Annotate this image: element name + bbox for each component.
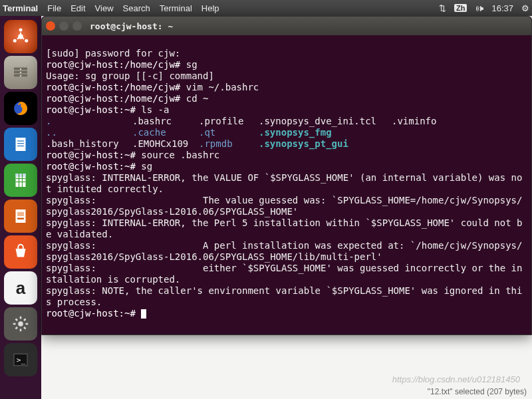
command-text: sg xyxy=(136,161,152,172)
shell-prompt: root@cjw-host:/home/cjw# xyxy=(46,82,180,92)
svg-line-32 xyxy=(24,319,26,321)
output-line: Usage: sg group [[-c] command] xyxy=(46,70,214,81)
window-minimize-icon[interactable] xyxy=(59,21,68,31)
ls-dir: .. xyxy=(46,127,132,138)
command-text: source .bashrc xyxy=(136,150,219,160)
svg-rect-16 xyxy=(16,174,26,177)
ls-dir: .qt xyxy=(199,127,259,138)
ls-file: .profile xyxy=(199,116,259,127)
svg-point-7 xyxy=(20,68,22,70)
unity-launcher: a >_ xyxy=(0,16,41,399)
output-line: spyglass: The value guessed was: `SPYGLA… xyxy=(46,195,522,217)
global-menu-bar: Terminal File Edit View Search Terminal … xyxy=(0,0,532,16)
menu-file[interactable]: File xyxy=(47,3,61,13)
command-text: ls -a xyxy=(136,104,170,115)
svg-text:>_: >_ xyxy=(17,356,26,364)
watermark-url: https://blog.csdn.net/u012181450 xyxy=(392,374,520,384)
window-close-icon[interactable] xyxy=(46,21,55,31)
selection-status: "12.txt" selected (207 bytes) xyxy=(428,387,527,396)
menu-view[interactable]: View xyxy=(95,3,114,13)
clock[interactable]: 16:37 xyxy=(491,3,513,13)
ls-file: .EMOHCx109 xyxy=(132,138,199,150)
svg-line-29 xyxy=(16,319,18,321)
launcher-writer-icon[interactable] xyxy=(4,128,37,161)
launcher-software-icon[interactable] xyxy=(4,235,37,269)
amazon-a-icon: a xyxy=(16,278,25,299)
menu-search[interactable]: Search xyxy=(123,3,150,13)
svg-point-8 xyxy=(20,72,22,74)
text-cursor xyxy=(141,309,146,319)
svg-rect-22 xyxy=(17,212,24,216)
shell-prompt: root@cjw-host:~# xyxy=(46,104,136,115)
launcher-amazon-icon[interactable]: a xyxy=(4,271,37,305)
svg-point-9 xyxy=(20,75,22,77)
terminal-body[interactable]: [sudo] password for cjw: root@cjw-host:/… xyxy=(42,35,531,332)
window-title: root@cjw-host: ~ xyxy=(90,21,173,32)
launcher-terminal-icon[interactable]: >_ xyxy=(4,343,37,376)
menu-terminal-app[interactable]: Terminal xyxy=(3,3,38,13)
shell-prompt: root@cjw-host:/home/cjw# xyxy=(46,93,180,104)
output-line: spyglass: NOTE, the caller's environment… xyxy=(46,285,522,307)
ls-dir: . xyxy=(46,116,132,127)
system-gear-icon[interactable]: ⚙ xyxy=(521,3,529,13)
output-line: spyglass: INTERNAL-ERROR, the VALUE OF `… xyxy=(46,172,522,194)
svg-rect-23 xyxy=(17,218,24,220)
launcher-firefox-icon[interactable] xyxy=(4,92,37,125)
output-line: [sudo] password for cjw: xyxy=(46,48,180,59)
ime-indicator[interactable]: Zh xyxy=(454,4,467,12)
ls-dir: .synopsys_fmg xyxy=(259,127,332,138)
svg-rect-11 xyxy=(16,138,26,151)
launcher-calc-icon[interactable] xyxy=(4,164,37,197)
command-text: sg xyxy=(180,59,197,70)
menu-help[interactable]: Help xyxy=(201,3,219,13)
ls-file: .synopsys_dve_ini.tcl xyxy=(259,116,392,127)
launcher-impress-icon[interactable] xyxy=(4,200,37,233)
terminal-window: root@cjw-host: ~ [sudo] password for cjw… xyxy=(41,16,532,335)
launcher-files-icon[interactable] xyxy=(4,56,37,89)
window-maximize-icon[interactable] xyxy=(72,21,82,31)
ls-file: .bash_history xyxy=(46,138,132,150)
svg-point-2 xyxy=(13,39,17,43)
svg-line-31 xyxy=(16,327,18,329)
launcher-dash-icon[interactable] xyxy=(4,20,37,53)
svg-point-24 xyxy=(18,321,23,327)
launcher-settings-icon[interactable] xyxy=(4,307,37,340)
output-line: spyglass: INTERNAL-ERROR, the Perl 5 ins… xyxy=(46,217,522,239)
ls-dir: .rpmdb xyxy=(199,138,259,150)
window-titlebar[interactable]: root@cjw-host: ~ xyxy=(42,17,531,35)
ls-dir: .synopsys_pt_gui xyxy=(259,138,348,150)
svg-line-30 xyxy=(24,327,26,329)
ls-file: .bashrc xyxy=(132,116,199,127)
ls-dir: .cache xyxy=(132,127,199,138)
ls-file: .viminfo xyxy=(392,116,436,127)
svg-point-3 xyxy=(25,39,28,43)
menu-terminal[interactable]: Terminal xyxy=(160,3,192,13)
shell-prompt: root@cjw-host:~# xyxy=(46,150,136,160)
svg-point-1 xyxy=(19,29,23,32)
output-line: spyglass: A perl installation was expect… xyxy=(46,240,522,262)
sound-icon[interactable]: 🕪 xyxy=(475,3,483,13)
output-line: spyglass: either `$SPYGLASS_HOME' was gu… xyxy=(46,263,522,285)
shell-prompt: root@cjw-host:~# xyxy=(46,161,136,172)
shell-prompt: root@cjw-host:/home/cjw# xyxy=(46,59,180,70)
command-text: cd ~ xyxy=(180,93,208,104)
menu-edit[interactable]: Edit xyxy=(70,3,85,13)
shell-prompt: root@cjw-host:~# xyxy=(46,308,136,319)
network-icon[interactable]: ⇅ xyxy=(439,3,446,13)
command-text: vim ~/.bashrc xyxy=(180,82,259,92)
